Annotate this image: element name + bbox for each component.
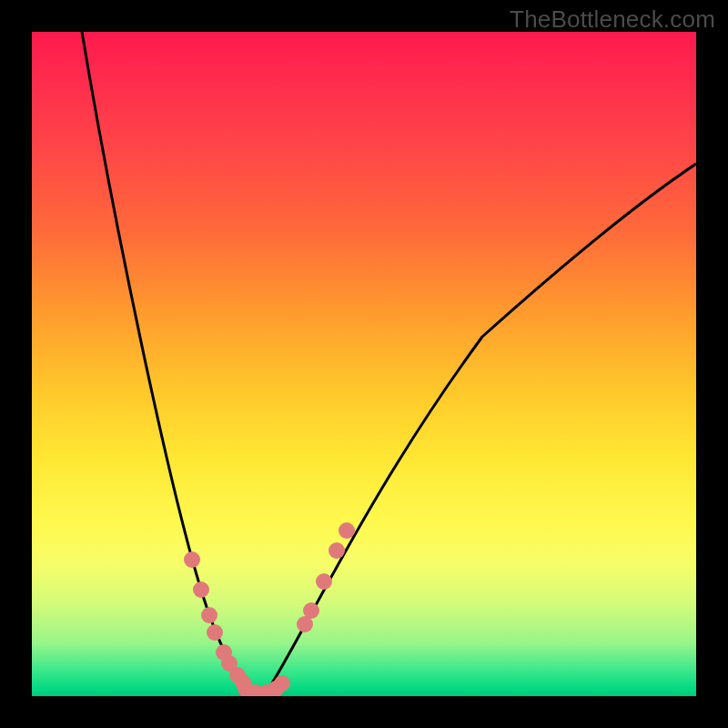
svg-point-16: [329, 542, 345, 559]
svg-point-0: [184, 551, 200, 568]
chart-svg: [32, 32, 696, 696]
right-curve: [268, 164, 696, 689]
left-curve: [82, 32, 250, 689]
scatter-right: [297, 522, 355, 632]
watermark-text: TheBottleneck.com: [510, 5, 715, 34]
curve-group: [82, 32, 696, 692]
svg-point-17: [339, 522, 355, 539]
plot-area: [32, 32, 696, 696]
svg-point-14: [303, 602, 319, 619]
svg-point-12: [274, 675, 290, 692]
svg-point-3: [207, 624, 223, 641]
svg-point-2: [201, 607, 217, 623]
svg-point-1: [193, 581, 209, 598]
svg-point-15: [316, 573, 332, 590]
scatter-left: [184, 551, 251, 691]
chart-frame: TheBottleneck.com: [0, 0, 728, 728]
